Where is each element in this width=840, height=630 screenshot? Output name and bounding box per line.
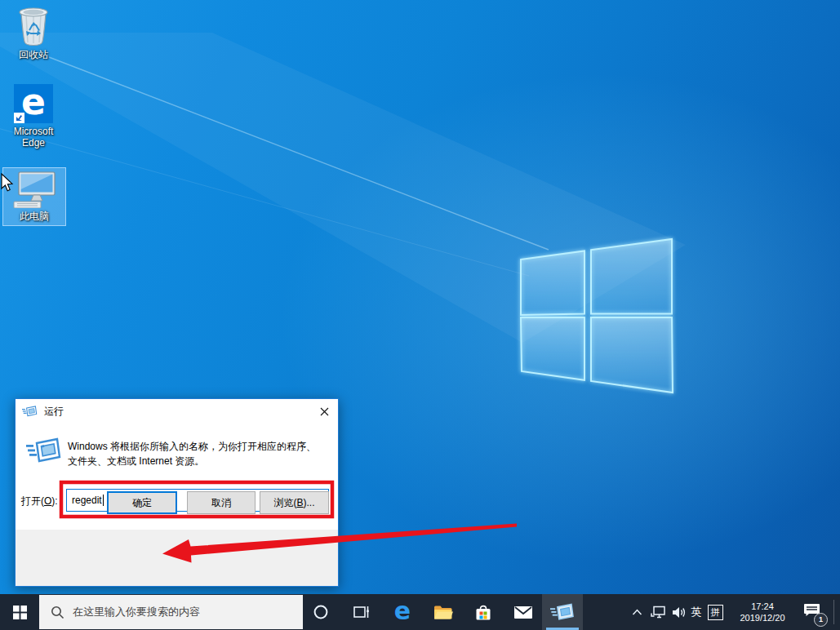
notification-badge: 1 (814, 613, 828, 627)
tray-date: 2019/12/20 (740, 612, 784, 623)
cortana-ring-icon (313, 604, 329, 620)
search-placeholder: 在这里输入你要搜索的内容 (73, 605, 200, 619)
cortana-button[interactable] (304, 594, 337, 630)
text-caret (103, 495, 104, 506)
run-command-value[interactable]: regedit (72, 495, 102, 506)
windows-start-icon (13, 606, 27, 619)
run-icon (550, 603, 575, 621)
volume-button[interactable] (668, 594, 689, 630)
chevron-up-icon (632, 609, 642, 615)
magnifier-icon (51, 606, 64, 619)
light-ray-2 (0, 126, 529, 276)
desktop-icon-label: 此电脑 (20, 211, 49, 222)
light-ray (49, 57, 549, 250)
mail-button[interactable] (507, 594, 540, 630)
windows-logo-icon (521, 239, 673, 393)
run-dialog: 运行 Windows 将根据你所输入的名称，为你打开相应的程序、 文件夹、文档或… (15, 398, 339, 587)
dialog-title: 运行 (44, 405, 64, 419)
ok-button[interactable]: 确定 (107, 491, 177, 514)
taskbar-search-input[interactable]: 在这里输入你要搜索的内容 (39, 595, 303, 629)
desktop-icon-label: 回收站 (19, 49, 48, 60)
task-view-icon (353, 605, 371, 619)
close-button[interactable] (310, 399, 338, 424)
light-beam (0, 33, 686, 343)
run-dialog-titlebar[interactable]: 运行 (16, 399, 338, 424)
recycle-bin-icon (16, 4, 51, 47)
run-icon (22, 406, 38, 417)
network-button[interactable] (647, 594, 669, 630)
open-field-label: 打开(O): (21, 495, 58, 508)
taskbar: 在这里输入你要搜索的内容 e (0, 594, 840, 630)
start-button[interactable] (0, 594, 39, 630)
desktop-icon-label: Microsoft Edge (7, 126, 60, 149)
desktop-icon-this-pc[interactable]: 此电脑 (2, 167, 66, 226)
tray-time: 17:24 (740, 601, 784, 612)
edge-icon: e (394, 599, 411, 623)
shortcut-arrow-icon (14, 113, 24, 123)
envelope-icon (513, 606, 533, 619)
clock[interactable]: 17:24 2019/12/20 (730, 594, 795, 630)
store-bag-icon (474, 604, 492, 621)
ethernet-icon (651, 606, 666, 619)
speaker-icon (672, 606, 686, 619)
browse-button[interactable]: 浏览(B)... (260, 491, 329, 514)
run-icon-large (26, 437, 62, 464)
desktop-icon-microsoft-edge[interactable]: e Microsoft Edge (7, 84, 60, 149)
windows-desktop: 回收站 e Microsoft Edge 此电脑 (0, 0, 840, 630)
file-explorer-button[interactable] (427, 594, 460, 630)
ime-mode-indicator[interactable]: 拼 (705, 594, 725, 630)
close-x-icon (320, 407, 329, 416)
folder-icon (433, 605, 453, 620)
task-view-button[interactable] (345, 594, 378, 630)
dialog-description: Windows 将根据你所输入的名称，为你打开相应的程序、 文件夹、文档或 In… (68, 439, 332, 468)
edge-icon: e (14, 84, 53, 123)
cancel-button[interactable]: 取消 (187, 491, 256, 514)
notification-center-button[interactable]: 1 (798, 594, 829, 630)
dialog-footer: 确定 取消 浏览(B)... (16, 530, 338, 586)
desktop-icon-recycle-bin[interactable]: 回收站 (7, 4, 60, 60)
store-button[interactable] (467, 594, 500, 630)
taskbar-run-app-button[interactable] (542, 594, 583, 630)
ime-language-indicator[interactable]: 英 (688, 594, 704, 630)
tray-expand-button[interactable] (625, 594, 648, 630)
this-pc-icon (11, 171, 57, 208)
taskbar-edge-button[interactable]: e (386, 594, 419, 630)
show-desktop-separator[interactable] (833, 600, 834, 624)
